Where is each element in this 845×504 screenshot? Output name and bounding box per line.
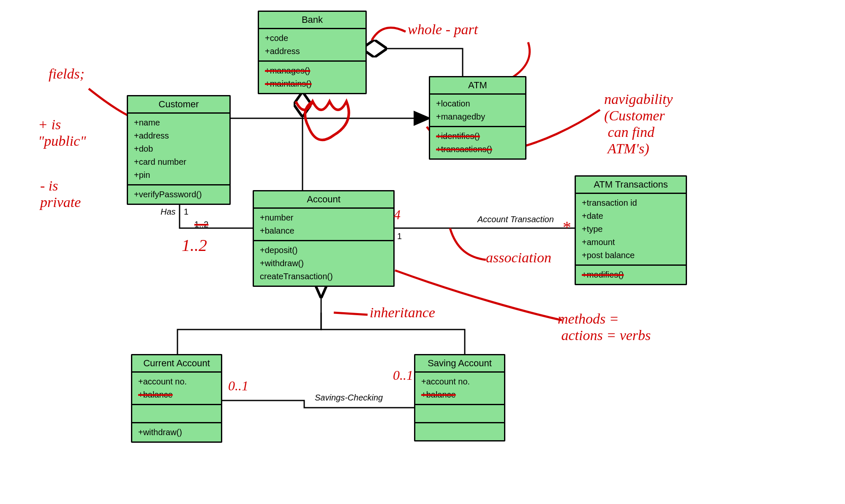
op: +verifyPassword() (134, 188, 224, 201)
class-ops (415, 423, 504, 440)
class-attrs: +number +balance (254, 209, 393, 241)
attr: +type (582, 223, 680, 236)
ann-association: association (486, 249, 551, 266)
attr: +dob (134, 142, 224, 155)
op: +transactions() (436, 143, 519, 156)
class-empty (415, 405, 504, 423)
attr: +date (582, 210, 680, 223)
attr: +transaction id (582, 196, 680, 210)
op: +modifies() (582, 268, 680, 281)
op: +deposit() (260, 244, 387, 257)
class-attrs: +code +address (259, 29, 365, 62)
class-title: Saving Account (415, 355, 504, 373)
edge-mult-1-2: 1..2 (194, 220, 208, 229)
op: createTransaction() (260, 270, 387, 283)
class-title: ATM (430, 77, 525, 95)
class-atm: ATM +location +managedby +identifies() +… (429, 76, 526, 160)
class-ops: +verifyPassword() (128, 185, 229, 204)
attr: +pin (134, 169, 224, 182)
class-ops: +deposit() +withdraw() createTransaction… (254, 241, 393, 286)
attr: +amount (582, 236, 680, 249)
ann-four: 4 (394, 207, 401, 223)
attr: +managedby (436, 110, 519, 123)
uml-canvas: Bank +code +address +manages() +maintain… (0, 0, 845, 504)
ann-cur-01: 0..1 (228, 378, 248, 394)
class-title: Current Account (132, 355, 221, 373)
ann-whole-part: whole - part (408, 21, 478, 38)
ann-private: - is private (40, 177, 81, 210)
op: +maintains() (265, 77, 360, 90)
op: +manages() (265, 64, 360, 77)
class-customer: Customer +name +address +dob +card numbe… (127, 95, 231, 205)
class-ops: +identifies() +transactions() (430, 127, 525, 158)
attr: +account no. (138, 375, 215, 388)
attr: +address (265, 45, 360, 58)
edge-label-account-transaction: Account Transaction (477, 215, 554, 224)
attr: +balance (138, 388, 215, 401)
class-attrs: +name +address +dob +card number +pin (128, 114, 229, 185)
ann-inheritance: inheritance (370, 304, 435, 321)
attr: +code (265, 32, 360, 45)
attr: +card number (134, 155, 224, 169)
edge-label-savings-checking: Savings-Checking (315, 393, 383, 403)
ann-sav-01: 0..1 (393, 368, 413, 383)
edge-label-has: Has (161, 207, 176, 217)
op: +withdraw() (260, 257, 387, 270)
class-attrs: +account no. +balance (132, 373, 221, 405)
ann-public: + is "public" (38, 116, 86, 149)
class-bank: Bank +code +address +manages() +maintain… (258, 11, 367, 94)
ann-methods: methods = actions = verbs (558, 311, 651, 343)
attr: +account no. (421, 375, 498, 388)
ann-navigability: navigability (Customer can find ATM's) (604, 91, 673, 157)
class-ops: +withdraw() (132, 423, 221, 441)
class-ops: +modifies() (576, 266, 686, 284)
ann-star: * (562, 218, 570, 237)
class-saving-account: Saving Account +account no. +balance (414, 354, 505, 441)
ann-one-two: 1..2 (182, 236, 207, 255)
class-title: Customer (128, 96, 229, 114)
class-account: Account +number +balance +deposit() +wit… (253, 190, 395, 287)
edge-mult-acc1: 1 (397, 232, 402, 241)
class-title: Account (254, 191, 393, 209)
class-attrs: +transaction id +date +type +amount +pos… (576, 194, 686, 266)
edge-mult-1: 1 (184, 207, 188, 217)
class-current-account: Current Account +account no. +balance +w… (131, 354, 222, 443)
class-title: ATM Transactions (576, 177, 686, 194)
op: +withdraw() (138, 426, 215, 439)
attr: +balance (260, 224, 387, 237)
attr: +location (436, 97, 519, 110)
class-ops: +manages() +maintains() (259, 62, 365, 93)
class-attrs: +account no. +balance (415, 373, 504, 405)
attr: +address (134, 129, 224, 142)
op: +identifies() (436, 130, 519, 143)
attr: +name (134, 116, 224, 129)
class-empty (132, 405, 221, 423)
ann-fields: fields; (49, 65, 84, 82)
attr: +number (260, 211, 387, 224)
class-title: Bank (259, 12, 365, 29)
attr: +balance (421, 388, 498, 401)
attr: +post balance (582, 249, 680, 262)
class-atm-transactions: ATM Transactions +transaction id +date +… (575, 175, 687, 285)
class-attrs: +location +managedby (430, 95, 525, 127)
